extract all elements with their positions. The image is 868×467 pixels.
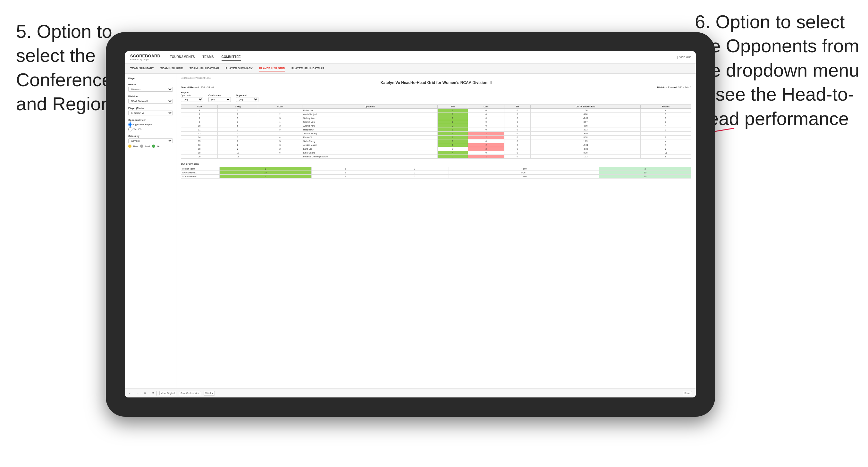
toolbar-copy[interactable]: ⧉ [144,392,146,395]
out-of-division-table: Foreign Team 1 0 0 4.500 2 NAIA Division… [181,167,691,179]
filter-row: Region Opponents: (All) Conference (All) [181,91,691,102]
nav-links: TOURNAMENTS TEAMS COMMITTEE [170,54,668,61]
col-conf: # Conf [258,104,302,108]
sidebar-player-rank-select[interactable]: 8. Katelyn Vo [128,111,173,115]
subnav-player-h2h-heatmap[interactable]: PLAYER H2H HEATMAP [291,66,324,71]
filter-opponent-label: Opponent [236,94,258,96]
legend-dot-down [128,145,131,148]
filter-conference-label: Conference [209,94,231,96]
sidebar-gender-label: Gender [128,83,173,86]
table-row: 20 11 7 Federica Domecq Lacroze 2 1 0 1.… [181,155,691,158]
toolbar-redo[interactable]: ↪ [136,392,138,395]
nav-teams[interactable]: TEAMS [203,54,214,61]
last-updated: Last Updated: 27/03/2024 14:34 [181,77,691,79]
nav-tournaments[interactable]: TOURNAMENTS [170,54,195,61]
subnav-team-summary[interactable]: TEAM SUMMARY [130,66,154,71]
sidebar: Player Gender Women's Division NCAA Divi… [125,74,176,398]
data-table: # Div # Reg # Conf Opponent Win Loss Tie… [181,104,691,159]
table-row: 13 1 1 Jessica Huang 1 1 0 -3.00 2 [181,131,691,135]
sidebar-colour-select[interactable]: Win/loss [128,138,173,143]
out-of-division-row: Foreign Team 1 0 0 4.500 2 [181,167,691,170]
col-opponent: Opponent [302,104,437,108]
toolbar-share[interactable]: Share [683,391,692,395]
division-record: Division Record: 331 - 34 - 6 [657,86,691,89]
table-row: 5 2 2 Alexis Sudijanto 1 0 0 4.00 3 [181,112,691,116]
main-content: Player Gender Women's Division NCAA Divi… [125,74,696,398]
sidebar-gender-section: Gender Women's [128,83,173,92]
toolbar-sep3: · [149,392,149,394]
sidebar-player-rank-label: Player (Rank) [128,107,173,110]
col-div: # Div [181,104,218,108]
out-of-division-row: NAIA Division 1 15 0 0 9.267 30 [181,170,691,174]
sidebar-player-label: Player [128,77,173,80]
subnav-player-h2h-grid[interactable]: PLAYER H2H GRID [259,66,285,71]
sidebar-gender-select[interactable]: Women's [128,87,173,92]
toolbar-undo[interactable]: ↩ [129,392,131,395]
sidebar-radio-top100[interactable]: Top 100 [128,127,173,131]
annotation-right: 6. Option to select the Opponents from t… [695,10,862,130]
toolbar-watch[interactable]: Watch ▾ [204,391,215,396]
sidebar-opponent-view-section: Opponent view Opponents Played Top 100 [128,119,173,131]
table-row: 19 10 6 Emily Chang 4 0 0 0.30 11 [181,151,691,155]
table-row: 14 7 4 Eunice Yi 2 2 0 0.38 9 [181,135,691,139]
out-of-division-title: Out of division [181,162,691,165]
sidebar-opponent-view-label: Opponent view [128,119,173,122]
subnav-team-h2h-grid[interactable]: TEAM H2H GRID [160,66,183,71]
toolbar-view-original[interactable]: View: Original [159,391,176,395]
overall-record: Overall Record: 353 - 34 - 6 [181,86,214,89]
col-win: Win [437,104,468,108]
subnav-team-h2h-heatmap[interactable]: TEAM H2H HEATMAP [189,66,219,71]
table-row: 10 6 3 Andrea York 2 0 0 4.00 4 [181,124,691,128]
filter-conference-group: Conference (All) [209,94,231,102]
sidebar-radio-opponents-played[interactable]: Opponents Played [128,122,173,127]
sidebar-division-label: Division [128,95,173,98]
table-row: 11 2 5 Heejo Hyun 1 0 0 3.33 3 [181,128,691,131]
filter-region-group: Region Opponents: (All) [181,91,203,102]
tablet: SCOREBOARD Powered by clippd TOURNAMENTS… [106,32,715,417]
sidebar-division-select[interactable]: NCAA Division III [128,99,173,103]
sidebar-division-section: Division NCAA Division III [128,95,173,103]
toolbar-sep2: · [141,392,142,394]
sidebar-player-section: Player [128,77,173,80]
table-row: 18 2 2 Euna Lee 0 2 0 -5.00 2 [181,147,691,151]
main-title: Katelyn Vo Head-to-Head Grid for Women's… [181,81,691,85]
sidebar-legend: Down Level Up [128,145,173,148]
table-row: 9 1 4 Sharon Mun 1 0 0 3.67 3 [181,120,691,124]
record-row: Overall Record: 353 - 34 - 6 Division Re… [181,86,691,89]
legend-dot-up [152,145,155,148]
logo: SCOREBOARD Powered by clippd [130,54,160,61]
toolbar-divider [156,391,157,396]
legend-dot-level [140,145,143,148]
subnav-player-summary[interactable]: PLAYER SUMMARY [226,66,253,71]
sign-out[interactable]: | Sign out [677,56,691,59]
out-of-division-row: NCAA Division 2 5 0 0 7.400 10 [181,174,691,178]
bottom-toolbar: ↩ · ↪ · ⧉ · ⏱ View: Original Save Custom… [125,388,696,398]
col-tie: Tie [504,104,531,108]
sidebar-colour-section: Colour by Win/loss Down Level Up [128,135,173,148]
col-rounds: Rounds [640,104,691,108]
table-row: 3 3 1 Esther Lee 1 0 0 1.50 4 [181,108,691,112]
toolbar-sep1: · [133,392,134,394]
nav-bar: SCOREBOARD Powered by clippd TOURNAMENTS… [125,51,696,64]
nav-committee[interactable]: COMMITTEE [222,54,241,61]
col-diff: Diff Av Strokes/Rnd [531,104,641,108]
table-row: 6 3 3 Sydney Kuo 1 0 0 -1.00 3 [181,116,691,120]
legend-label-level: Level [145,145,150,147]
tablet-screen: SCOREBOARD Powered by clippd TOURNAMENTS… [125,51,696,398]
legend-label-down: Down [133,145,138,147]
col-loss: Loss [468,104,504,108]
toolbar-save-custom-view[interactable]: Save Custom View [179,391,201,395]
opponents-label: Opponents: [181,94,203,96]
filter-region-select[interactable]: (All) [181,97,203,102]
table-area: Last Updated: 27/03/2024 14:34 Katelyn V… [176,74,696,398]
filter-region-label: Region [181,91,203,94]
sub-nav: TEAM SUMMARY TEAM H2H GRID TEAM H2H HEAT… [125,64,696,74]
sidebar-player-rank-section: Player (Rank) 8. Katelyn Vo [128,107,173,115]
table-row: 16 2 3 Jessica Mason 1 2 0 -0.94 7 [181,143,691,147]
toolbar-clock[interactable]: ⏱ [152,392,154,394]
filter-opponent-select[interactable]: (All) [236,97,258,102]
table-row: 15 8 5 Stella Cheng 1 0 0 1.25 4 [181,139,691,143]
filter-conference-select[interactable]: (All) [209,97,231,102]
legend-label-up: Up [157,145,160,147]
filter-opponent-group: Opponent (All) [236,94,258,102]
